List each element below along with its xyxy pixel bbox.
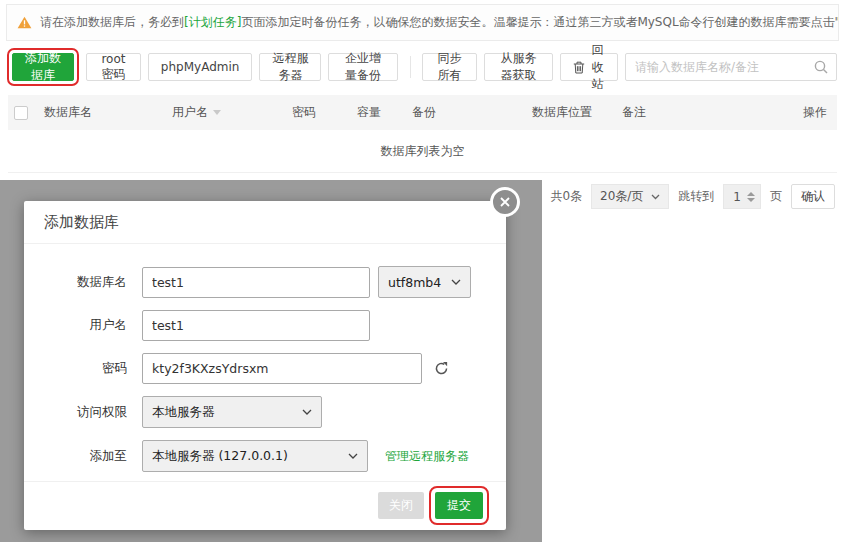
database-toolbar: 添加数据库 root密码 phpMyAdmin 远程服务器 企业增量备份 同步所… (8, 53, 837, 81)
header-password: 密码 (286, 95, 351, 130)
trash-icon (573, 61, 585, 74)
manage-remote-server-link[interactable]: 管理远程服务器 (385, 448, 469, 465)
charset-select[interactable]: utf8mb4 (378, 266, 471, 298)
pagination: 1 共0条 20条/页 跳转到 1 页 确认 (515, 184, 835, 209)
search-input[interactable] (625, 53, 837, 81)
chevron-down-icon (348, 453, 358, 459)
total-count: 共0条 (550, 188, 582, 205)
page-unit-label: 页 (770, 188, 782, 205)
empty-row: 数据库列表为空 (8, 130, 837, 173)
header-capacity: 容量 (351, 95, 406, 130)
page-size-select[interactable]: 20条/页 (591, 184, 669, 209)
header-actions: 操作 (777, 95, 837, 130)
root-password-button[interactable]: root密码 (86, 53, 141, 81)
get-from-server-button[interactable]: 从服务器获取 (484, 53, 553, 81)
enterprise-backup-button[interactable]: 企业增量备份 (328, 53, 397, 81)
jump-page-value: 1 (733, 190, 741, 204)
phpmyadmin-button[interactable]: phpMyAdmin (148, 53, 253, 81)
regenerate-password-icon[interactable] (434, 361, 449, 376)
target-server-value: 本地服务器 (127.0.0.1) (152, 448, 288, 465)
header-db-location: 数据库位置 (526, 95, 616, 130)
database-table: 数据库名 用户名 密码 容量 备份 数据库位置 备注 操作 数据库列表为空 (8, 95, 837, 173)
select-all-checkbox[interactable] (14, 106, 28, 120)
modal-title: 添加数据库 (24, 201, 506, 244)
password-label: 密码 (24, 360, 142, 377)
remote-server-button[interactable]: 远程服务器 (259, 53, 321, 81)
modal-footer: 关闭 提交 (24, 481, 506, 530)
form-row-username: 用户名 (24, 310, 506, 341)
header-backup: 备份 (406, 95, 526, 130)
form-row-password: 密码 (24, 353, 506, 384)
chevron-down-icon (451, 279, 461, 285)
form-row-db-name: 数据库名 utf8mb4 (24, 266, 506, 298)
recycle-bin-button[interactable]: 回收站 (560, 53, 618, 81)
jump-label: 跳转到 (678, 188, 714, 205)
charset-value: utf8mb4 (388, 275, 441, 290)
modal-close-button[interactable]: 关闭 (378, 492, 424, 519)
sort-caret-icon (213, 110, 221, 115)
search-icon[interactable] (813, 59, 829, 78)
username-input[interactable] (142, 310, 370, 341)
modal-form: 数据库名 utf8mb4 用户名 密码 (24, 244, 506, 472)
sync-all-button[interactable]: 同步所有 (422, 53, 477, 81)
backup-warning-bar: 请在添加数据库后，务必到[计划任务]页面添加定时备份任务，以确保您的数据安全。温… (6, 4, 839, 41)
modal-overlay: 添加数据库 数据库名 utf8mb4 用户名 密码 (0, 180, 542, 542)
db-name-label: 数据库名 (24, 274, 142, 291)
page-size-label: 20条/页 (600, 188, 643, 205)
jump-page-stepper[interactable]: 1 (723, 184, 761, 209)
access-label: 访问权限 (24, 404, 142, 421)
chevron-down-icon (302, 409, 312, 415)
jump-confirm-button[interactable]: 确认 (791, 184, 835, 209)
cron-tasks-link[interactable]: [计划任务] (184, 15, 241, 29)
toolbar-divider (410, 56, 411, 78)
close-icon[interactable] (490, 187, 520, 217)
target-server-select[interactable]: 本地服务器 (127.0.0.1) (142, 440, 368, 472)
header-username[interactable]: 用户名 (166, 95, 286, 130)
empty-list-text: 数据库列表为空 (8, 130, 837, 173)
table-header-row: 数据库名 用户名 密码 容量 备份 数据库位置 备注 操作 (8, 95, 837, 130)
search-box (625, 53, 837, 81)
add-database-modal: 添加数据库 数据库名 utf8mb4 用户名 密码 (24, 201, 506, 530)
warning-text-before: 请在添加数据库后，务必到 (40, 15, 184, 29)
form-row-access: 访问权限 本地服务器 (24, 396, 506, 428)
access-value: 本地服务器 (152, 404, 215, 421)
stepper-arrows-icon[interactable] (747, 192, 755, 202)
chevron-down-icon (651, 194, 660, 200)
warning-icon (17, 16, 32, 29)
header-note: 备注 (616, 95, 777, 130)
recycle-bin-label: 回收站 (590, 42, 605, 93)
warning-text: 请在添加数据库后，务必到[计划任务]页面添加定时备份任务，以确保您的数据安全。温… (40, 14, 839, 31)
form-row-target: 添加至 本地服务器 (127.0.0.1) 管理远程服务器 (24, 440, 506, 472)
db-name-input[interactable] (142, 267, 370, 298)
add-database-button[interactable]: 添加数据库 (12, 53, 74, 81)
modal-submit-button[interactable]: 提交 (435, 492, 483, 519)
warning-text-after: 页面添加定时备份任务，以确保您的数据安全。温馨提示：通过第三方或者MySQL命令… (241, 15, 839, 29)
access-select[interactable]: 本地服务器 (142, 396, 322, 428)
target-label: 添加至 (24, 448, 142, 465)
header-db-name: 数据库名 (38, 95, 166, 130)
username-label: 用户名 (24, 317, 142, 334)
password-input[interactable] (142, 353, 422, 384)
